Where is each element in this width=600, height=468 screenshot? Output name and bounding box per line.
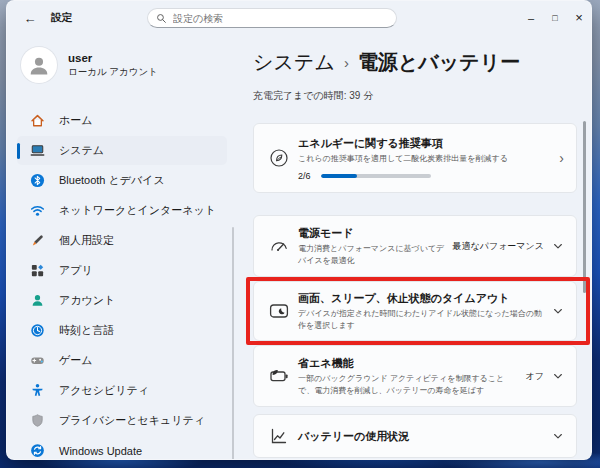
selected-indicator — [17, 143, 20, 159]
sidebar-item-label: ネットワークとインターネット — [59, 203, 216, 218]
battery-usage-card[interactable]: バッテリーの使用状況 — [253, 414, 577, 458]
sidebar-item-label: 時刻と言語 — [59, 323, 114, 338]
card-subtitle: 一部のバックグラウンド アクティビティを制限することで、電力消費を削減し、バッテ… — [298, 373, 518, 397]
card-title: 省エネ機能 — [298, 356, 518, 371]
battery-leaf-icon — [268, 365, 290, 387]
sidebar-item-bluetooth[interactable]: Bluetooth とデバイス — [17, 166, 227, 195]
progress-fill — [321, 174, 358, 178]
energy-saver-card[interactable]: 省エネ機能 一部のバックグラウンド アクティビティを制限することで、電力消費を削… — [253, 345, 577, 407]
maximize-icon: □ — [552, 13, 557, 23]
sidebar-scrollbar[interactable] — [232, 227, 234, 460]
sidebar-item-label: Bluetooth とデバイス — [59, 173, 165, 188]
breadcrumb-parent[interactable]: システム — [253, 49, 335, 76]
apps-icon — [29, 263, 45, 279]
sidebar-item-home[interactable]: ホーム — [17, 106, 227, 135]
power-mode-card[interactable]: 電源モード 電力消費とパフォーマンスに基づいてデバイスを最適化 最適なパフォーマ… — [253, 215, 577, 277]
sidebar-item-privacy[interactable]: プライバシーとセキュリティ — [17, 406, 227, 435]
close-button[interactable]: × — [567, 1, 591, 34]
card-subtitle: デバイスが指定された時間にわたりアイドル状態になった場合の動作を選択します — [298, 308, 544, 332]
minimize-icon: – — [528, 12, 534, 24]
sidebar-item-label: アカウント — [59, 293, 115, 308]
network-wifi-icon — [29, 203, 45, 219]
energy-recommendations-card[interactable]: エネルギーに関する推奨事項 これらの推奨事項を適用して二酸化炭素排出量を削減する… — [253, 123, 577, 193]
breadcrumb-separator-icon: › — [344, 53, 349, 71]
page-title: 電源とバッテリー — [358, 49, 520, 76]
chevron-down-icon[interactable] — [552, 240, 564, 252]
sidebar: user ローカル アカウント ホーム システム — [7, 35, 237, 459]
sidebar-item-label: アプリ — [59, 263, 93, 278]
display-moon-icon — [268, 300, 290, 322]
shield-icon — [29, 413, 45, 429]
leaf-circle-icon — [268, 147, 290, 169]
breadcrumb: システム › 電源とバッテリー — [253, 49, 577, 75]
back-arrow-icon: ← — [24, 11, 37, 26]
sidebar-item-gaming[interactable]: ゲーム — [17, 346, 227, 375]
sidebar-item-label: プライバシーとセキュリティ — [59, 413, 205, 428]
card-title: エネルギーに関する推奨事項 — [298, 136, 551, 151]
avatar — [21, 47, 57, 83]
gamepad-icon — [29, 353, 45, 369]
user-account-block[interactable]: user ローカル アカウント — [21, 47, 158, 83]
person-icon — [29, 293, 45, 309]
card-title: 電源モード — [298, 226, 445, 241]
search-box[interactable] — [147, 8, 397, 28]
system-icon — [29, 143, 45, 159]
gauge-icon — [268, 235, 290, 257]
sidebar-item-label: 個人用設定 — [59, 233, 114, 248]
app-title: 設定 — [51, 11, 72, 25]
maximize-button[interactable]: □ — [543, 1, 567, 34]
sidebar-item-label: Windows Update — [59, 445, 142, 457]
chevron-right-icon: › — [559, 150, 564, 166]
home-icon — [29, 113, 45, 129]
line-chart-icon — [268, 425, 290, 447]
main-content: システム › 電源とバッテリー 充電完了までの時間: 39 分 エネルギーに関す… — [237, 35, 591, 459]
search-icon — [156, 13, 167, 24]
sidebar-item-time-language[interactable]: 時刻と言語 — [17, 316, 227, 345]
content-scrollbar[interactable] — [583, 121, 586, 293]
sidebar-item-label: ホーム — [59, 113, 93, 128]
sidebar-item-accessibility[interactable]: アクセシビリティ — [17, 376, 227, 405]
sidebar-item-system[interactable]: システム — [17, 136, 227, 165]
accessibility-person-icon — [29, 383, 45, 399]
settings-window: ← 設定 – □ × user ローカル アカウント — [6, 0, 592, 460]
sidebar-item-label: システム — [59, 143, 104, 158]
sidebar-item-windows-update[interactable]: Windows Update — [17, 436, 227, 460]
card-title: バッテリーの使用状況 — [298, 429, 544, 444]
minimize-button[interactable]: – — [519, 1, 543, 34]
clock-globe-icon — [29, 323, 45, 339]
sidebar-item-label: アクセシビリティ — [59, 383, 149, 398]
close-icon: × — [575, 10, 583, 25]
chevron-down-icon[interactable] — [552, 430, 564, 442]
user-icon — [26, 52, 52, 78]
sidebar-item-apps[interactable]: アプリ — [17, 256, 227, 285]
chevron-down-icon[interactable] — [552, 370, 564, 382]
progress-label: 2/6 — [298, 171, 311, 181]
card-title: 画面、スリープ、休止状態のタイムアウト — [298, 291, 544, 306]
sidebar-item-network[interactable]: ネットワークとインターネット — [17, 196, 227, 225]
sidebar-item-label: ゲーム — [59, 353, 93, 368]
user-name: user — [68, 52, 158, 64]
charge-status-text: 充電完了までの時間: 39 分 — [253, 89, 577, 103]
user-account-type: ローカル アカウント — [68, 66, 158, 79]
card-subtitle: 電力消費とパフォーマンスに基づいてデバイスを最適化 — [298, 243, 445, 267]
brush-icon — [29, 233, 45, 249]
power-mode-value[interactable]: 最適なパフォーマンス — [453, 240, 544, 253]
sidebar-item-personalization[interactable]: 個人用設定 — [17, 226, 227, 255]
titlebar: ← 設定 – □ × — [7, 1, 591, 35]
window-controls: – □ × — [519, 1, 591, 34]
screen-sleep-timeouts-card[interactable]: 画面、スリープ、休止状態のタイムアウト デバイスが指定された時間にわたりアイドル… — [253, 281, 577, 341]
bluetooth-icon — [29, 173, 45, 189]
back-button[interactable]: ← — [15, 3, 45, 33]
sidebar-nav: ホーム システム Bluetooth とデバイス ネットワークとインタ — [7, 105, 237, 460]
sidebar-item-accounts[interactable]: アカウント — [17, 286, 227, 315]
card-subtitle: これらの推奨事項を適用して二酸化炭素排出量を削減する — [298, 153, 551, 165]
search-input[interactable] — [173, 13, 388, 24]
sync-arrows-icon — [29, 443, 45, 459]
chevron-down-icon[interactable] — [552, 305, 564, 317]
progress-bar — [321, 174, 431, 178]
energy-saver-value[interactable]: オフ — [526, 370, 544, 383]
